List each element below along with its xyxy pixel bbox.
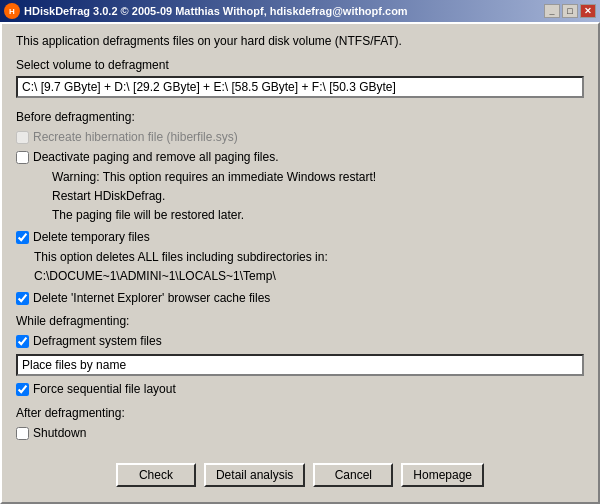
force-sequential-checkbox[interactable] <box>16 383 29 396</box>
warning-text-1: Warning: This option requires an immedia… <box>52 169 584 186</box>
delete-temp-info: This option deletes ALL files including … <box>34 249 584 285</box>
homepage-button[interactable]: Homepage <box>401 463 484 487</box>
place-files-dropdown[interactable]: Place files by name <box>16 354 584 376</box>
delete-ie-label: Delete 'Internet Explorer' browser cache… <box>33 291 270 307</box>
main-window: This application defragments files on yo… <box>0 22 600 504</box>
delete-temp-label: Delete temporary files <box>33 230 150 246</box>
volume-dropdown-wrapper: C:\ [9.7 GByte] + D:\ [29.2 GByte] + E:\… <box>16 76 584 98</box>
title-bar: H HDiskDefrag 3.0.2 © 2005-09 Matthias W… <box>0 0 600 22</box>
force-sequential-label: Force sequential file layout <box>33 382 176 398</box>
title-text: HDiskDefrag 3.0.2 © 2005-09 Matthias Wit… <box>24 5 408 17</box>
recreate-hibernation-checkbox[interactable] <box>16 131 29 144</box>
check-button[interactable]: Check <box>116 463 196 487</box>
delete-temp-subtext: This option deletes ALL files including … <box>34 249 584 266</box>
shutdown-checkbox[interactable] <box>16 427 29 440</box>
deactivate-paging-checkbox[interactable] <box>16 151 29 164</box>
place-files-dropdown-wrapper: Place files by name <box>16 354 584 376</box>
maximize-button[interactable]: □ <box>562 4 578 18</box>
cancel-button[interactable]: Cancel <box>313 463 393 487</box>
delete-temp-row: Delete temporary files <box>16 230 584 246</box>
after-defrag-header: After defragmenting: <box>16 406 584 420</box>
warning-text-3: The paging file will be restored later. <box>52 207 584 224</box>
defrag-system-checkbox[interactable] <box>16 335 29 348</box>
deactivate-paging-row: Deactivate paging and remove all paging … <box>16 150 584 166</box>
delete-temp-checkbox[interactable] <box>16 231 29 244</box>
select-volume-label: Select volume to defragment <box>16 58 584 72</box>
button-row: Check Detail analysis Cancel Homepage <box>16 455 584 487</box>
app-icon: H <box>4 3 20 19</box>
before-defrag-header: Before defragmenting: <box>16 110 584 124</box>
shutdown-label: Shutdown <box>33 426 86 442</box>
force-sequential-row: Force sequential file layout <box>16 382 584 398</box>
warning-text-2: Restart HDiskDefrag. <box>52 188 584 205</box>
delete-ie-row: Delete 'Internet Explorer' browser cache… <box>16 291 584 307</box>
recreate-hibernation-row: Recreate hibernation file (hiberfile.sys… <box>16 130 584 146</box>
paging-warning-block: Warning: This option requires an immedia… <box>34 169 584 223</box>
deactivate-paging-label: Deactivate paging and remove all paging … <box>33 150 278 166</box>
title-controls: _ □ ✕ <box>544 4 596 18</box>
defrag-system-row: Defragment system files <box>16 334 584 350</box>
minimize-button[interactable]: _ <box>544 4 560 18</box>
delete-temp-path: C:\DOCUME~1\ADMINI~1\LOCALS~1\Temp\ <box>34 268 584 285</box>
defrag-system-label: Defragment system files <box>33 334 162 350</box>
while-defrag-header: While defragmenting: <box>16 314 584 328</box>
delete-ie-checkbox[interactable] <box>16 292 29 305</box>
app-description: This application defragments files on yo… <box>16 34 584 48</box>
volume-dropdown[interactable]: C:\ [9.7 GByte] + D:\ [29.2 GByte] + E:\… <box>16 76 584 98</box>
shutdown-row: Shutdown <box>16 426 584 442</box>
detail-analysis-button[interactable]: Detail analysis <box>204 463 305 487</box>
recreate-hibernation-label: Recreate hibernation file (hiberfile.sys… <box>33 130 238 146</box>
close-button[interactable]: ✕ <box>580 4 596 18</box>
